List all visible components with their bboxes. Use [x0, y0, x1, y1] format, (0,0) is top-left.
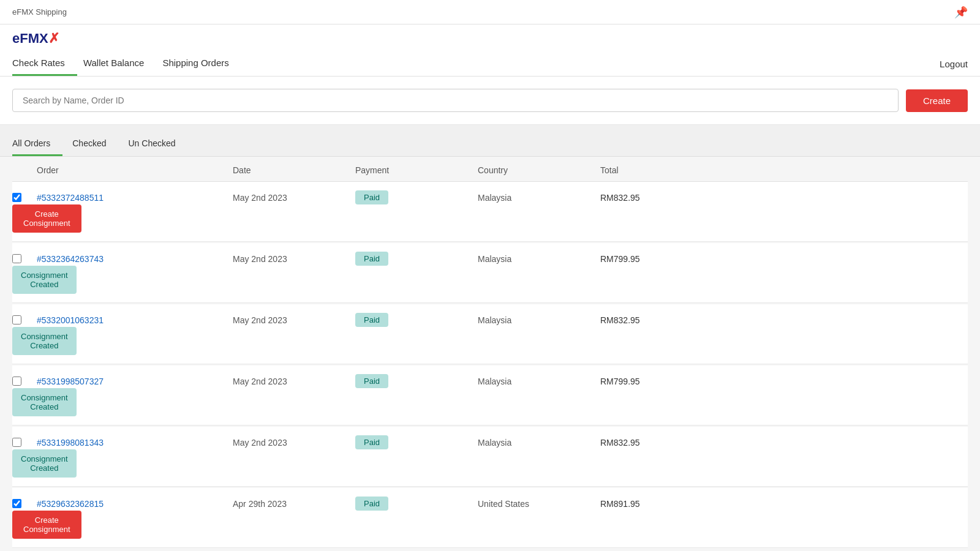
total-cell: RM832.95 [600, 193, 968, 203]
country-cell: Malaysia [478, 254, 600, 264]
logo-text: eFMX✗ [12, 31, 59, 47]
table-row: #5332364263743 May 2nd 2023 Paid Malaysi… [12, 243, 968, 303]
payment-cell: Paid [355, 252, 478, 266]
col-total: Total [600, 165, 968, 175]
consignment-created-button[interactable]: Consignment Created [12, 266, 77, 294]
order-link[interactable]: #5332364263743 [37, 254, 104, 264]
date-cell: May 2nd 2023 [233, 438, 355, 448]
payment-badge: Paid [355, 190, 388, 204]
row-checkbox[interactable] [12, 377, 21, 386]
payment-cell: Paid [355, 313, 478, 327]
order-id: #5331998507327 [37, 377, 233, 386]
order-link[interactable]: #5329632362815 [37, 499, 104, 509]
create-button[interactable]: Create [906, 89, 968, 112]
nav-wallet-balance[interactable]: Wallet Balance [83, 51, 157, 76]
top-bar: eFMX Shipping 📌 [0, 0, 980, 24]
country-cell: Malaysia [478, 315, 600, 325]
payment-cell: Paid [355, 435, 478, 449]
total-cell: RM799.95 [600, 254, 968, 264]
order-link[interactable]: #5331998081343 [37, 438, 104, 448]
table-body: #5332372488511 May 2nd 2023 Paid Malaysi… [12, 182, 968, 548]
action-cell: Consignment Created [12, 327, 37, 355]
action-cell: Create Consignment [12, 204, 37, 233]
header: eFMX✗ Check Rates Wallet Balance Shippin… [0, 24, 980, 77]
date-cell: May 2nd 2023 [233, 254, 355, 264]
total-cell: RM891.95 [600, 499, 968, 509]
order-id: #5332001063231 [37, 315, 233, 325]
consignment-created-button[interactable]: Consignment Created [12, 449, 77, 478]
tab-checked[interactable]: Checked [72, 132, 118, 156]
date-cell: Apr 29th 2023 [233, 499, 355, 509]
checkbox-cell [12, 193, 37, 202]
total-cell: RM832.95 [600, 438, 968, 448]
search-bar-area: Create [0, 77, 980, 125]
create-consignment-button[interactable]: Create Consignment [12, 204, 81, 233]
tabs-area: All Orders Checked Un Checked [0, 125, 980, 157]
col-checkbox [12, 165, 37, 175]
order-id: #5331998081343 [37, 438, 233, 448]
table-row: #5332001063231 May 2nd 2023 Paid Malaysi… [12, 304, 968, 364]
checkbox-cell [12, 438, 37, 447]
checkbox-cell [12, 315, 37, 324]
action-cell: Create Consignment [12, 511, 37, 539]
nav-shipping-orders[interactable]: Shipping Orders [162, 51, 241, 76]
row-checkbox[interactable] [12, 315, 21, 324]
row-checkbox[interactable] [12, 499, 21, 508]
country-cell: Malaysia [478, 438, 600, 448]
payment-badge: Paid [355, 497, 388, 511]
payment-badge: Paid [355, 252, 388, 266]
checkbox-cell [12, 499, 37, 508]
nav: Check Rates Wallet Balance Shipping Orde… [12, 51, 968, 76]
col-country: Country [478, 165, 600, 175]
table-row: #5331998507327 May 2nd 2023 Paid Malaysi… [12, 365, 968, 425]
payment-cell: Paid [355, 497, 478, 511]
country-cell: United States [478, 499, 600, 509]
order-link[interactable]: #5332372488511 [37, 193, 104, 203]
consignment-created-button[interactable]: Consignment Created [12, 388, 77, 416]
col-payment: Payment [355, 165, 478, 175]
top-bar-title: eFMX Shipping [12, 7, 67, 17]
create-consignment-button[interactable]: Create Consignment [12, 511, 81, 539]
table-row: #5332372488511 May 2nd 2023 Paid Malaysi… [12, 182, 968, 242]
nav-logout[interactable]: Logout [940, 53, 968, 75]
order-link[interactable]: #5332001063231 [37, 315, 104, 325]
order-id: #5332372488511 [37, 193, 233, 203]
order-link[interactable]: #5331998507327 [37, 377, 104, 386]
action-cell: Consignment Created [12, 388, 37, 416]
payment-badge: Paid [355, 435, 388, 449]
date-cell: May 2nd 2023 [233, 193, 355, 203]
order-id: #5332364263743 [37, 254, 233, 264]
tab-all-orders[interactable]: All Orders [12, 132, 62, 156]
table-container: Order Date Payment Country Total #533237… [0, 157, 980, 548]
consignment-created-button[interactable]: Consignment Created [12, 327, 77, 355]
date-cell: May 2nd 2023 [233, 377, 355, 386]
payment-cell: Paid [355, 190, 478, 204]
country-cell: Malaysia [478, 377, 600, 386]
total-cell: RM799.95 [600, 377, 968, 386]
checkbox-cell [12, 377, 37, 386]
pin-icon[interactable]: 📌 [954, 6, 968, 19]
date-cell: May 2nd 2023 [233, 315, 355, 325]
col-date: Date [233, 165, 355, 175]
order-id: #5329632362815 [37, 499, 233, 509]
table-header: Order Date Payment Country Total [12, 157, 968, 182]
payment-cell: Paid [355, 374, 478, 388]
row-checkbox[interactable] [12, 438, 21, 447]
action-cell: Consignment Created [12, 449, 37, 478]
logo: eFMX✗ [12, 31, 968, 47]
action-cell: Consignment Created [12, 266, 37, 294]
table-row: #5331998081343 May 2nd 2023 Paid Malaysi… [12, 427, 968, 487]
checkbox-cell [12, 254, 37, 263]
row-checkbox[interactable] [12, 193, 21, 202]
nav-check-rates[interactable]: Check Rates [12, 51, 77, 76]
total-cell: RM832.95 [600, 315, 968, 325]
search-input[interactable] [12, 89, 899, 112]
row-checkbox[interactable] [12, 254, 21, 263]
table-row: #5329632362815 Apr 29th 2023 Paid United… [12, 488, 968, 548]
col-order: Order [37, 165, 233, 175]
payment-badge: Paid [355, 374, 388, 388]
country-cell: Malaysia [478, 193, 600, 203]
payment-badge: Paid [355, 313, 388, 327]
tab-unchecked[interactable]: Un Checked [129, 132, 188, 156]
